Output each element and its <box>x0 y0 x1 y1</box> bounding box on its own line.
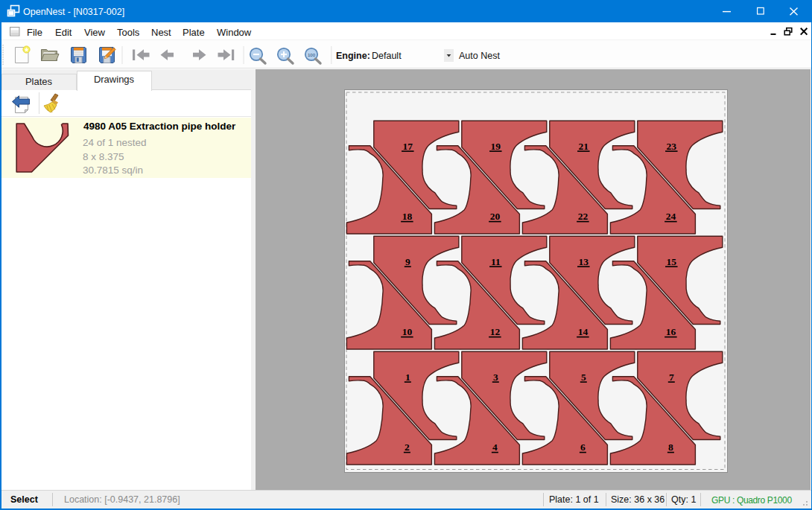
svg-text:20: 20 <box>490 211 501 222</box>
svg-text:2: 2 <box>405 442 410 453</box>
svg-text:11: 11 <box>491 256 501 267</box>
svg-text:24: 24 <box>666 211 676 222</box>
svg-text:8: 8 <box>668 442 673 453</box>
svg-text:1: 1 <box>405 372 410 383</box>
svg-text:100: 100 <box>308 53 316 57</box>
svg-text:19: 19 <box>491 141 501 152</box>
svg-text:10: 10 <box>402 326 413 337</box>
svg-text:23: 23 <box>667 141 677 152</box>
svg-text:6: 6 <box>580 442 586 453</box>
svg-text:17: 17 <box>403 141 413 152</box>
svg-text:13: 13 <box>579 256 589 267</box>
svg-text:18: 18 <box>402 211 413 222</box>
svg-text:16: 16 <box>666 326 676 337</box>
svg-text:7: 7 <box>669 372 674 383</box>
svg-text:15: 15 <box>667 256 677 267</box>
svg-text:4: 4 <box>492 442 498 453</box>
svg-text:21: 21 <box>579 141 589 152</box>
svg-text:9: 9 <box>405 256 410 267</box>
svg-text:12: 12 <box>490 326 501 337</box>
svg-text:14: 14 <box>578 326 589 337</box>
svg-text:5: 5 <box>581 372 586 383</box>
svg-text:3: 3 <box>493 372 498 383</box>
svg-text:22: 22 <box>578 211 589 222</box>
